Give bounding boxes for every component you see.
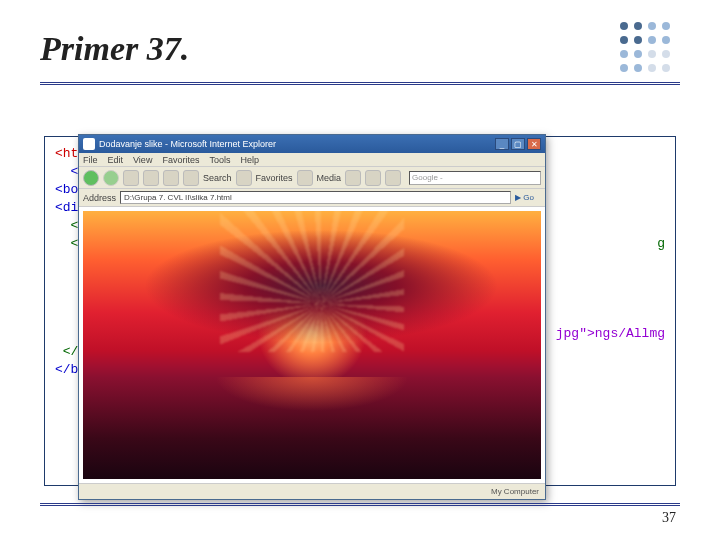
- minimize-button[interactable]: _: [495, 138, 509, 150]
- go-button[interactable]: ▶ Go: [515, 193, 541, 202]
- back-button[interactable]: [83, 170, 99, 186]
- decorative-dots: [620, 22, 672, 74]
- browser-statusbar: My Computer: [79, 483, 545, 499]
- browser-titlebar: Dodavanje slike - Microsoft Internet Exp…: [79, 135, 545, 153]
- footer-underline: [40, 503, 680, 506]
- menu-edit[interactable]: Edit: [108, 155, 124, 165]
- media-button[interactable]: [297, 170, 313, 186]
- refresh-button[interactable]: [143, 170, 159, 186]
- browser-title-text: Dodavanje slike - Microsoft Internet Exp…: [99, 139, 495, 149]
- search-button[interactable]: [183, 170, 199, 186]
- google-placeholder: Google -: [412, 173, 443, 182]
- maximize-button[interactable]: ▢: [511, 138, 525, 150]
- code-token: g: [657, 235, 665, 253]
- code-token: ngs/All: [595, 325, 650, 343]
- menu-help[interactable]: Help: [240, 155, 259, 165]
- browser-addressbar: Address D:\Grupa 7. CVL II\slika 7.html …: [79, 189, 545, 207]
- menu-view[interactable]: View: [133, 155, 152, 165]
- browser-window: Dodavanje slike - Microsoft Internet Exp…: [78, 134, 546, 500]
- menu-file[interactable]: File: [83, 155, 98, 165]
- close-button[interactable]: ✕: [527, 138, 541, 150]
- page-number: 37: [662, 510, 676, 526]
- menu-tools[interactable]: Tools: [209, 155, 230, 165]
- title-underline: [40, 82, 680, 85]
- google-searchbox[interactable]: Google -: [409, 171, 541, 185]
- slide: Primer 37. <html> <he <body> <div a <ta …: [0, 0, 720, 540]
- toolbar-label-media: Media: [317, 173, 342, 183]
- address-value: D:\Grupa 7. CVL II\slika 7.html: [124, 193, 232, 202]
- sunset-image: [83, 211, 541, 479]
- browser-menubar: File Edit View Favorites Tools Help: [79, 153, 545, 167]
- sun-rays: [220, 211, 403, 352]
- code-token: jpg">: [556, 325, 595, 343]
- forward-button[interactable]: [103, 170, 119, 186]
- browser-content: [79, 207, 545, 483]
- home-button[interactable]: [163, 170, 179, 186]
- address-input[interactable]: D:\Grupa 7. CVL II\slika 7.html: [120, 191, 511, 204]
- title-area: Primer 37.: [0, 0, 720, 76]
- sun-reflection: [83, 377, 541, 457]
- favorites-button[interactable]: [236, 170, 252, 186]
- go-label: Go: [523, 193, 534, 202]
- menu-favorites[interactable]: Favorites: [162, 155, 199, 165]
- toolbar-label-favorites: Favorites: [256, 173, 293, 183]
- mail-button[interactable]: [365, 170, 381, 186]
- page-title: Primer 37.: [40, 30, 680, 68]
- window-buttons: _ ▢ ✕: [495, 138, 541, 150]
- print-button[interactable]: [385, 170, 401, 186]
- address-label: Address: [83, 193, 116, 203]
- code-token: mg: [649, 325, 665, 343]
- browser-toolbar: Search Favorites Media Google -: [79, 167, 545, 189]
- status-right: My Computer: [491, 487, 539, 496]
- stop-button[interactable]: [123, 170, 139, 186]
- history-button[interactable]: [345, 170, 361, 186]
- ie-icon: [83, 138, 95, 150]
- toolbar-label-search: Search: [203, 173, 232, 183]
